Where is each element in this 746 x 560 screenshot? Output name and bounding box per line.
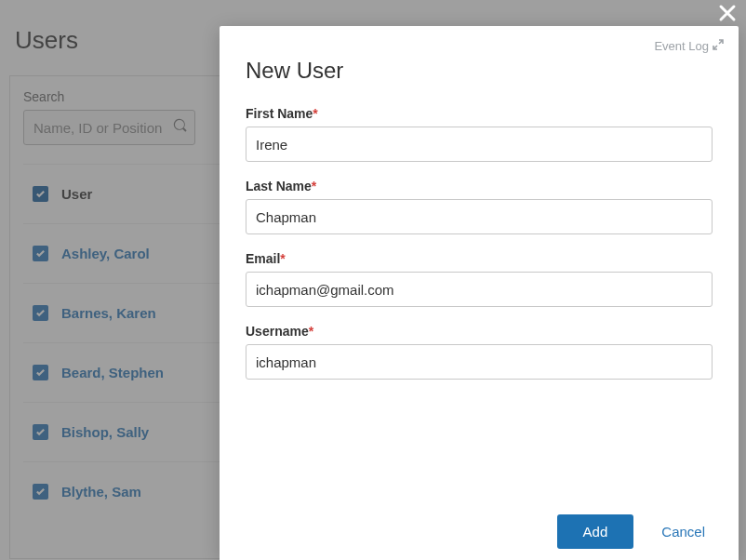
- new-user-modal: Event Log New User First Name* Last Name…: [220, 26, 739, 560]
- email-input[interactable]: [246, 272, 713, 307]
- modal-title: New User: [246, 58, 713, 84]
- first-name-label: First Name*: [246, 106, 713, 121]
- username-label: Username*: [246, 324, 713, 339]
- expand-icon: [713, 39, 724, 53]
- event-log-label: Event Log: [654, 39, 709, 53]
- email-field-group: Email*: [246, 251, 713, 307]
- email-label: Email*: [246, 251, 713, 266]
- last-name-field-group: Last Name*: [246, 179, 713, 234]
- modal-overlay: Event Log New User First Name* Last Name…: [0, 0, 746, 560]
- close-icon[interactable]: [718, 4, 737, 26]
- last-name-label: Last Name*: [246, 179, 713, 193]
- first-name-field-group: First Name*: [246, 106, 713, 162]
- event-log-link[interactable]: Event Log: [654, 39, 724, 53]
- add-button[interactable]: Add: [557, 514, 634, 549]
- last-name-input[interactable]: [246, 199, 713, 234]
- username-field-group: Username*: [246, 324, 713, 380]
- first-name-input[interactable]: [246, 127, 713, 162]
- cancel-button[interactable]: Cancel: [661, 524, 705, 540]
- username-input[interactable]: [246, 344, 713, 380]
- modal-footer: Add Cancel: [246, 498, 713, 560]
